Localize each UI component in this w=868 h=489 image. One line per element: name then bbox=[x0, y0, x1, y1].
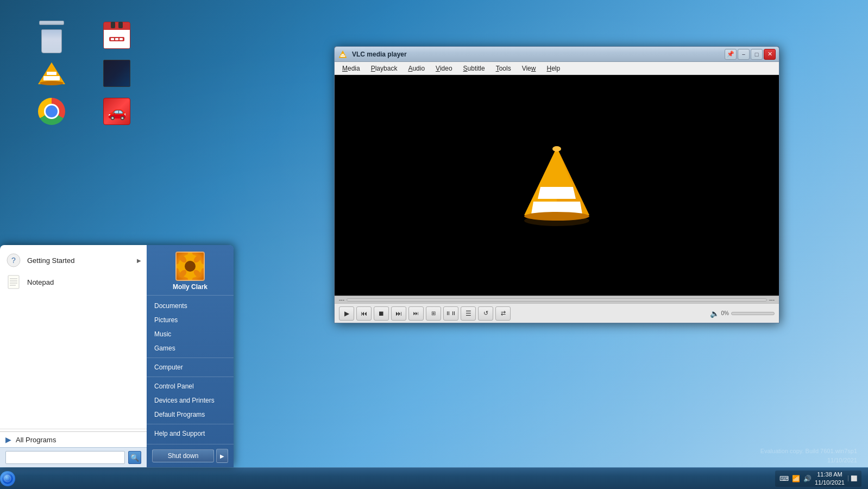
vlc-close-button[interactable]: ✕ bbox=[764, 49, 776, 60]
desktop-icons: 🚗 bbox=[33, 22, 136, 125]
svg-point-32 bbox=[185, 261, 196, 272]
recycle-bin-visual bbox=[38, 21, 65, 51]
vlc-extended-button[interactable]: ⏸⏸ bbox=[443, 306, 458, 321]
start-menu-search-area: 🔍 bbox=[0, 447, 147, 467]
vlc-menu-video[interactable]: Video bbox=[430, 64, 457, 73]
taskbar-right: ⌨ 📶 🔊 11:38 AM 11/10/2021 ⬜ bbox=[775, 471, 868, 487]
vlc-playlist-button[interactable]: ☰ bbox=[461, 306, 476, 321]
desktop-icon-photo[interactable] bbox=[98, 60, 136, 87]
photo-icon bbox=[103, 60, 130, 87]
vlc-pin-button[interactable]: 📌 bbox=[725, 49, 737, 60]
desktop-icon-vlc[interactable] bbox=[33, 60, 71, 87]
right-menu-devices-printers[interactable]: Devices and Printers bbox=[147, 393, 234, 408]
svg-marker-12 bbox=[538, 187, 576, 199]
vlc-prev-button[interactable]: ⏮ bbox=[356, 306, 372, 321]
desktop-icon-car[interactable]: 🚗 bbox=[98, 98, 136, 125]
user-name: Molly Clark bbox=[173, 283, 207, 291]
vlc-time-right: --- bbox=[769, 297, 775, 303]
vlc-menu-playback[interactable]: Playback bbox=[366, 64, 403, 73]
vlc-cone-svg bbox=[521, 145, 592, 226]
car-game-icon: 🚗 bbox=[103, 98, 130, 125]
chrome-icon-visual bbox=[38, 98, 65, 125]
icon-row-2 bbox=[33, 60, 136, 87]
vlc-titlebar: VLC media player 📌 − □ ✕ bbox=[335, 47, 779, 62]
vlc-progress-bar[interactable] bbox=[347, 298, 767, 302]
start-menu-item-notepad[interactable]: Notepad bbox=[0, 271, 147, 293]
vlc-video-area bbox=[335, 75, 779, 296]
vlc-menu-tools[interactable]: Tools bbox=[490, 64, 517, 73]
system-tray: ⌨ 📶 🔊 11:38 AM 11/10/2021 ⬜ bbox=[775, 471, 861, 487]
vlc-window: VLC media player 📌 − □ ✕ Media Playback … bbox=[334, 46, 779, 323]
svg-marker-13 bbox=[540, 147, 573, 187]
user-avatar bbox=[175, 252, 205, 281]
vlc-next-button[interactable]: ⏭ bbox=[391, 306, 406, 321]
svg-rect-6 bbox=[341, 55, 345, 57]
vlc-menu-help[interactable]: Help bbox=[541, 64, 565, 73]
all-programs-section[interactable]: ▶ All Programs bbox=[0, 431, 147, 447]
tray-keyboard-icon: ⌨ bbox=[779, 475, 789, 482]
start-menu-right-panel: Molly Clark Documents Pictures Music Gam… bbox=[147, 245, 234, 467]
shutdown-arrow-button[interactable]: ▶ bbox=[216, 449, 228, 463]
notepad-icon bbox=[5, 274, 22, 290]
start-menu-search-input[interactable] bbox=[5, 451, 125, 464]
tray-show-desktop-icon[interactable]: ⬜ bbox=[848, 475, 857, 481]
car-icon-visual: 🚗 bbox=[103, 98, 130, 125]
vlc-loop-button[interactable]: ↺ bbox=[478, 306, 493, 321]
right-menu-computer[interactable]: Computer bbox=[147, 360, 234, 374]
shutdown-button[interactable]: Shut down bbox=[152, 449, 214, 462]
desktop-watermark: Evaluation copy. Build 7601.win7sp1 11/1… bbox=[760, 447, 857, 465]
right-menu-games[interactable]: Games bbox=[147, 341, 234, 355]
vlc-maximize-button[interactable]: □ bbox=[751, 49, 763, 60]
vlc-logo bbox=[521, 145, 592, 226]
right-menu-default-programs[interactable]: Default Programs bbox=[147, 408, 234, 422]
clock-time: 11:38 AM bbox=[815, 471, 845, 478]
vlc-shuffle-button[interactable]: ⇄ bbox=[495, 306, 511, 321]
svg-point-14 bbox=[552, 146, 561, 152]
start-menu-item-getting-started[interactable]: ? Getting Started ▶ bbox=[0, 249, 147, 271]
vlc-title-text: VLC media player bbox=[352, 51, 725, 58]
svg-rect-2 bbox=[43, 76, 60, 80]
vlc-frame-button[interactable]: ⏭ bbox=[408, 306, 424, 321]
user-section: Molly Clark bbox=[147, 245, 234, 296]
getting-started-icon: ? bbox=[5, 252, 22, 268]
desktop-icon-chrome[interactable] bbox=[33, 98, 71, 125]
taskbar: ⌨ 📶 🔊 11:38 AM 11/10/2021 ⬜ bbox=[0, 467, 868, 489]
start-orb-button[interactable] bbox=[0, 471, 15, 486]
right-menu-divider-3 bbox=[147, 424, 234, 424]
vlc-menu-subtitle[interactable]: Subtitle bbox=[458, 64, 490, 73]
calendar-icon-visual bbox=[103, 22, 130, 49]
vlc-play-button[interactable]: ▶ bbox=[339, 306, 354, 321]
watermark-line1: Evaluation copy. Build 7601.win7sp1 bbox=[760, 447, 857, 456]
start-menu-divider bbox=[0, 429, 147, 429]
getting-started-arrow: ▶ bbox=[137, 258, 141, 264]
vlc-stop-button[interactable]: ⏹ bbox=[374, 306, 389, 321]
desktop-icon-calendar[interactable] bbox=[98, 22, 136, 49]
right-menu-pictures[interactable]: Pictures bbox=[147, 313, 234, 327]
icon-row-3: 🚗 bbox=[33, 98, 136, 125]
vlc-menu-view[interactable]: View bbox=[517, 64, 542, 73]
taskbar-clock[interactable]: 11:38 AM 11/10/2021 bbox=[815, 471, 845, 486]
vlc-volume-slider[interactable] bbox=[731, 312, 775, 315]
vlc-title-icon bbox=[338, 49, 348, 59]
svg-point-4 bbox=[40, 81, 64, 85]
right-menu-divider-2 bbox=[147, 377, 234, 377]
calendar-icon bbox=[103, 22, 130, 49]
vlc-minimize-button[interactable]: − bbox=[738, 49, 750, 60]
right-menu-documents[interactable]: Documents bbox=[147, 299, 234, 313]
getting-started-label: Getting Started bbox=[27, 256, 74, 265]
svg-rect-7 bbox=[341, 54, 344, 55]
vlc-menu-audio[interactable]: Audio bbox=[402, 64, 430, 73]
vlc-fullscreen-button[interactable]: ⊞ bbox=[426, 306, 441, 321]
vlc-menu-media[interactable]: Media bbox=[337, 64, 366, 73]
right-menu-items: Documents Pictures Music Games Computer … bbox=[147, 296, 234, 444]
vlc-window-controls: 📌 − □ ✕ bbox=[725, 49, 776, 60]
right-menu-music[interactable]: Music bbox=[147, 327, 234, 341]
vlc-icon bbox=[38, 60, 65, 87]
vlc-controls: ▶ ⏮ ⏹ ⏭ ⏭ ⊞ ⏸⏸ ☰ ↺ ⇄ 🔈 0% bbox=[335, 303, 779, 323]
start-menu-search-button[interactable]: 🔍 bbox=[128, 451, 141, 464]
vlc-volume-icon: 🔈 bbox=[710, 309, 719, 318]
desktop-icon-recycle-bin[interactable] bbox=[33, 22, 71, 49]
right-menu-help-support[interactable]: Help and Support bbox=[147, 427, 234, 441]
watermark-line2: 11/10/2021 bbox=[760, 456, 857, 465]
right-menu-control-panel[interactable]: Control Panel bbox=[147, 379, 234, 393]
